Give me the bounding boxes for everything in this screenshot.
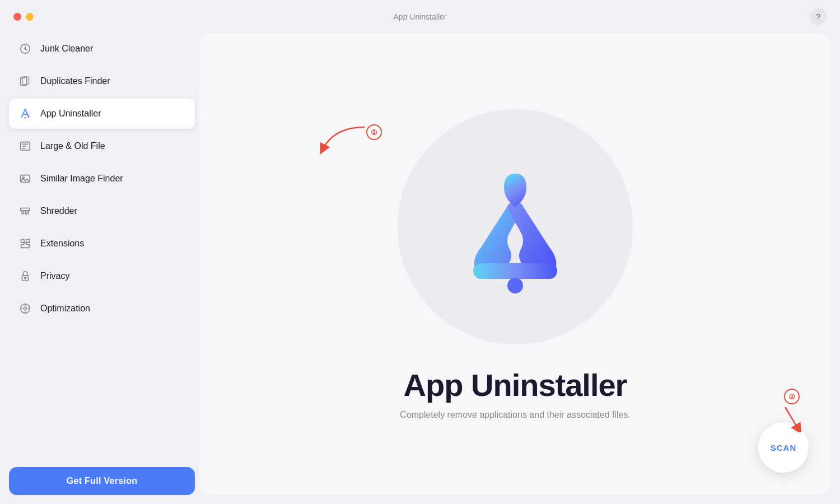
main-container: Junk Cleaner Duplicates Finder xyxy=(0,34,840,504)
optimization-label: Optimization xyxy=(40,304,90,314)
duplicates-finder-icon xyxy=(18,74,32,88)
sidebar-item-privacy[interactable]: Privacy xyxy=(9,261,195,291)
large-old-file-icon xyxy=(18,139,32,153)
privacy-label: Privacy xyxy=(40,271,69,281)
sidebar-item-app-uninstaller[interactable]: App Uninstaller xyxy=(9,99,195,129)
sidebar-item-large-old-file[interactable]: Large & Old File xyxy=(9,131,195,161)
app-uninstaller-main-icon xyxy=(442,154,588,300)
sidebar-item-extensions[interactable]: Extensions xyxy=(9,228,195,259)
svg-point-10 xyxy=(25,277,26,279)
close-button[interactable] xyxy=(13,13,21,21)
app-uninstaller-label: App Uninstaller xyxy=(40,109,101,119)
svg-point-4 xyxy=(25,117,26,119)
shredder-icon xyxy=(18,204,32,218)
window-title: App Uninstaller xyxy=(394,12,447,21)
extensions-icon xyxy=(18,236,32,251)
large-old-file-label: Large & Old File xyxy=(40,141,105,151)
annotation-1-arrow xyxy=(317,122,367,161)
content-title: App Uninstaller xyxy=(404,367,627,403)
sidebar-item-optimization[interactable]: Optimization xyxy=(9,293,195,324)
sidebar-bottom: Get Full Version xyxy=(9,458,195,495)
annotation-number-1: ① xyxy=(366,124,382,140)
traffic-lights xyxy=(13,13,34,21)
app-uninstaller-icon xyxy=(18,106,32,121)
content-area: App Uninstaller Completely remove applic… xyxy=(199,34,831,495)
titlebar: App Uninstaller ? xyxy=(0,0,840,34)
svg-point-1 xyxy=(25,48,26,49)
extensions-label: Extensions xyxy=(40,239,84,249)
help-button[interactable]: ? xyxy=(810,8,827,25)
annotation-2-wrap: ② xyxy=(781,389,803,432)
scan-button-container: ② SCAN xyxy=(758,422,809,473)
svg-rect-9 xyxy=(22,276,29,281)
annotation-2-arrow xyxy=(781,404,803,432)
sidebar-item-duplicates-finder[interactable]: Duplicates Finder xyxy=(9,66,195,96)
svg-point-7 xyxy=(22,177,24,179)
duplicates-finder-label: Duplicates Finder xyxy=(40,76,110,86)
sidebar-item-shredder[interactable]: Shredder xyxy=(9,196,195,226)
annotation-number-2: ② xyxy=(784,389,800,404)
sidebar: Junk Cleaner Duplicates Finder xyxy=(9,34,199,495)
svg-point-16 xyxy=(24,307,27,310)
svg-point-18 xyxy=(507,278,523,293)
privacy-icon xyxy=(18,269,32,283)
junk-cleaner-label: Junk Cleaner xyxy=(40,44,93,54)
junk-cleaner-icon xyxy=(18,41,32,56)
shredder-label: Shredder xyxy=(40,206,77,216)
annotation-1: ① xyxy=(366,124,382,140)
content-subtitle: Completely remove applications and their… xyxy=(400,410,631,420)
sidebar-item-similar-image-finder[interactable]: Similar Image Finder xyxy=(9,164,195,194)
optimization-icon xyxy=(18,301,32,316)
similar-image-finder-icon xyxy=(18,171,32,186)
sidebar-item-junk-cleaner[interactable]: Junk Cleaner xyxy=(9,34,195,64)
minimize-button[interactable] xyxy=(26,13,34,21)
similar-image-finder-label: Similar Image Finder xyxy=(40,174,123,184)
get-full-version-button[interactable]: Get Full Version xyxy=(9,467,195,495)
svg-rect-6 xyxy=(21,175,30,183)
svg-rect-17 xyxy=(473,263,557,279)
app-icon-circle xyxy=(398,109,633,344)
